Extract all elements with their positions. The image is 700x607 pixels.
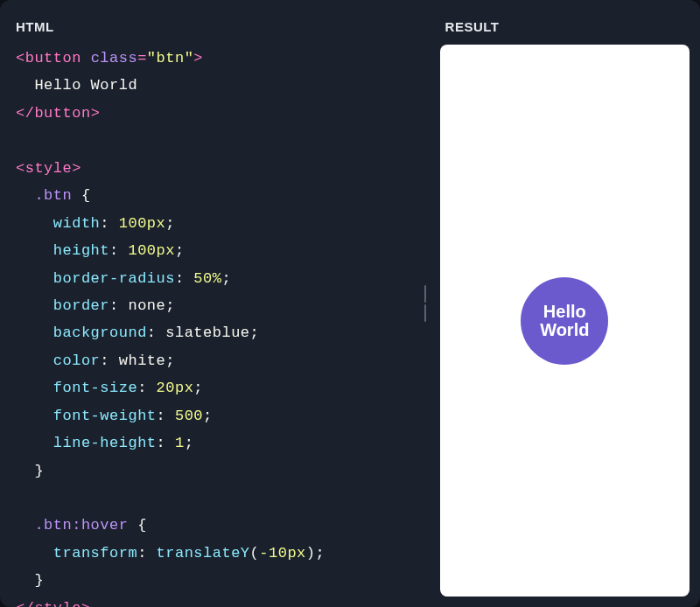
code-token: .btn [34,187,72,204]
code-token: border-radius [53,270,175,287]
panel-resize-handle[interactable] [417,10,433,597]
code-token: </button> [16,105,100,122]
code-token: = [137,50,147,66]
result-panel-title: RESULT [440,10,690,45]
code-token: <style> [16,160,81,177]
code-token: transform [53,545,137,562]
code-token: Hello World [34,77,137,94]
code-token: none [128,297,165,314]
code-token: background [53,324,147,341]
html-panel: HTML <button class="btn"> Hello World </… [10,10,417,597]
code-token: color [53,352,101,369]
code-token: font-size [53,380,137,396]
code-token: 500 [175,408,203,424]
code-editor[interactable]: <button class="btn"> Hello World </butto… [10,45,410,607]
editor-app: HTML <button class="btn"> Hello World </… [0,0,700,607]
html-panel-title: HTML [10,10,410,45]
code-token: width [53,215,101,232]
code-token: "btn" [147,50,194,66]
preview-button[interactable]: Hello World [521,277,608,365]
code-token: white [119,352,166,369]
code-token: translateY [157,545,250,562]
code-token: -10px [259,545,306,562]
code-token: line-height [53,435,157,451]
code-token: 1 [175,435,185,451]
grip-line-icon [424,285,426,303]
code-token: { [137,517,147,534]
code-token: 100px [128,242,175,259]
result-panel: RESULT Hello World [433,10,690,597]
code-token: class [91,50,138,66]
code-token: height [53,242,109,259]
code-token: slateblue [165,324,249,341]
code-token: 100px [119,215,166,232]
code-token: 20px [157,380,194,396]
code-token: 50% [193,270,221,287]
code-token: } [34,463,44,479]
code-token: <button [16,50,81,66]
code-token: > [193,50,203,66]
code-token: font-weight [53,408,157,424]
result-preview: Hello World [440,45,690,597]
code-token: border [53,297,109,314]
code-token: </style> [16,600,91,607]
code-token: { [81,187,91,204]
code-token: .btn:hover [34,517,128,534]
grip-line-icon [424,304,426,322]
code-token: } [34,572,44,589]
